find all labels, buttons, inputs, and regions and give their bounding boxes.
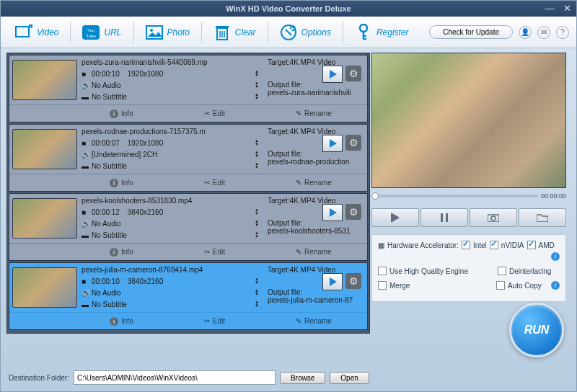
- svg-text:+: +: [30, 24, 32, 28]
- intel-checkbox[interactable]: [462, 241, 470, 249]
- rename-button[interactable]: ✎Rename: [296, 110, 332, 117]
- preview-icon[interactable]: [322, 204, 343, 221]
- video-spinner[interactable]: ▲▼: [255, 70, 260, 77]
- edit-button[interactable]: ✂Edit: [204, 317, 225, 325]
- preview-icon[interactable]: [322, 273, 343, 290]
- autocopy-checkbox[interactable]: [496, 281, 505, 290]
- user-icon[interactable]: 👤: [519, 26, 532, 39]
- preview-icon[interactable]: [322, 135, 343, 152]
- help-icon[interactable]: ?: [556, 26, 569, 39]
- svg-rect-19: [446, 213, 448, 222]
- edit-button[interactable]: ✂Edit: [204, 179, 225, 187]
- list-item[interactable]: pexels-rodnae-productions-7157375.m ■00:…: [9, 124, 368, 192]
- svg-text:You: You: [87, 28, 94, 32]
- timeline-time: 00:00:00: [541, 192, 566, 200]
- settings-icon[interactable]: ⚙: [345, 204, 361, 220]
- output-file: pexels-julia-m-cameron-87: [268, 296, 366, 304]
- mail-icon[interactable]: ✉: [537, 26, 550, 39]
- youtube-icon: YouTube: [82, 24, 100, 41]
- filename: pexels-zura-narimanishvili-5440069.mp: [82, 58, 265, 66]
- rename-button[interactable]: ✎Rename: [296, 179, 332, 187]
- audio-spinner[interactable]: ▲▼: [255, 220, 260, 227]
- check-update-button[interactable]: Check for Update: [429, 25, 513, 39]
- video-spinner[interactable]: ▲▼: [255, 208, 260, 215]
- url-button[interactable]: YouTube URL: [75, 21, 128, 44]
- settings-icon[interactable]: ⚙: [345, 273, 361, 289]
- rename-button[interactable]: ✎Rename: [296, 248, 332, 256]
- autocopy-info-icon[interactable]: i: [551, 281, 560, 290]
- snapshot-button[interactable]: [470, 208, 517, 227]
- titlebar: WinX HD Video Converter Deluxe — ✕: [1, 1, 576, 17]
- trash-icon: [213, 24, 231, 41]
- destination-input[interactable]: [74, 370, 276, 385]
- settings-icon[interactable]: ⚙: [345, 135, 361, 151]
- info-button[interactable]: iInfo: [110, 248, 133, 257]
- audio-spinner[interactable]: ▲▼: [255, 289, 260, 296]
- options-button[interactable]: Options: [273, 21, 338, 44]
- thumbnail: [12, 129, 77, 169]
- timeline-track[interactable]: [371, 195, 538, 197]
- scissors-icon: ✂: [204, 317, 210, 325]
- rename-icon: ✎: [296, 179, 301, 187]
- close-button[interactable]: ✕: [562, 4, 572, 14]
- run-button[interactable]: RUN: [509, 303, 564, 357]
- thumbnail: [12, 198, 77, 239]
- nvidia-checkbox[interactable]: [490, 241, 498, 249]
- video-icon: ■: [82, 70, 89, 77]
- amd-checkbox[interactable]: [527, 241, 536, 249]
- open-button[interactable]: Open: [330, 372, 369, 384]
- rename-button[interactable]: ✎Rename: [296, 317, 332, 325]
- edit-button[interactable]: ✂Edit: [204, 110, 225, 117]
- audio-spinner[interactable]: ▲▼: [255, 81, 260, 89]
- photo-button[interactable]: Photo: [138, 21, 197, 44]
- info-button[interactable]: iInfo: [110, 110, 133, 118]
- info-button[interactable]: iInfo: [110, 317, 133, 326]
- audio-icon: 🔊: [82, 289, 89, 296]
- subtitle-icon: ▬: [82, 231, 89, 239]
- list-item[interactable]: pexels-koolshooters-8531830.mp4 ■00:00:1…: [9, 193, 368, 261]
- info-icon: i: [110, 248, 118, 257]
- register-button[interactable]: Register: [348, 21, 416, 44]
- hq-checkbox[interactable]: [378, 267, 387, 275]
- options-panel: ▦ Hardware Accelerator: Intel nVIDIA AMD…: [371, 234, 566, 302]
- scissors-icon: ✂: [204, 110, 210, 117]
- play-button[interactable]: [371, 208, 419, 227]
- svg-rect-6: [146, 26, 162, 39]
- svg-rect-9: [216, 26, 229, 28]
- folder-button[interactable]: [519, 208, 566, 227]
- info-icon: i: [110, 110, 118, 118]
- merge-checkbox[interactable]: [378, 281, 387, 290]
- toolbar: + Video YouTube URL Photo Clear Options …: [1, 17, 576, 48]
- edit-button[interactable]: ✂Edit: [204, 248, 225, 256]
- list-item[interactable]: pexels-julia-m-cameron-8769414.mp4 ■00:0…: [9, 262, 368, 330]
- scissors-icon: ✂: [204, 248, 210, 256]
- hw-info-icon[interactable]: i: [551, 252, 560, 261]
- video-spinner[interactable]: ▲▼: [255, 277, 260, 285]
- subtitle-spinner[interactable]: ▲▼: [255, 231, 260, 239]
- video-icon: ■: [82, 208, 89, 215]
- svg-text:Tube: Tube: [87, 34, 97, 38]
- video-spinner[interactable]: ▲▼: [255, 139, 260, 146]
- minimize-button[interactable]: —: [545, 4, 555, 14]
- video-button[interactable]: + Video: [8, 21, 66, 44]
- output-file: pexels-koolshooters-8531: [268, 227, 366, 235]
- subtitle-spinner[interactable]: ▲▼: [255, 93, 260, 100]
- subtitle-spinner[interactable]: ▲▼: [255, 162, 260, 169]
- dest-label: Destination Folder:: [9, 374, 69, 382]
- settings-icon[interactable]: ⚙: [345, 66, 361, 81]
- browse-button[interactable]: Browse: [280, 372, 325, 384]
- info-button[interactable]: iInfo: [110, 179, 133, 187]
- subtitle-spinner[interactable]: ▲▼: [255, 300, 260, 308]
- list-item[interactable]: pexels-zura-narimanishvili-5440069.mp ■0…: [9, 55, 368, 122]
- video-icon: ■: [82, 277, 89, 285]
- scissors-icon: ✂: [204, 179, 210, 187]
- deint-checkbox[interactable]: [498, 267, 506, 275]
- preview-icon[interactable]: [322, 66, 343, 83]
- clear-button[interactable]: Clear: [206, 21, 263, 44]
- preview-panel[interactable]: [371, 53, 566, 188]
- filename: pexels-rodnae-productions-7157375.m: [82, 128, 265, 135]
- audio-spinner[interactable]: ▲▼: [255, 151, 260, 158]
- svg-rect-0: [16, 27, 29, 37]
- pause-button[interactable]: [420, 208, 468, 227]
- info-icon: i: [110, 179, 118, 187]
